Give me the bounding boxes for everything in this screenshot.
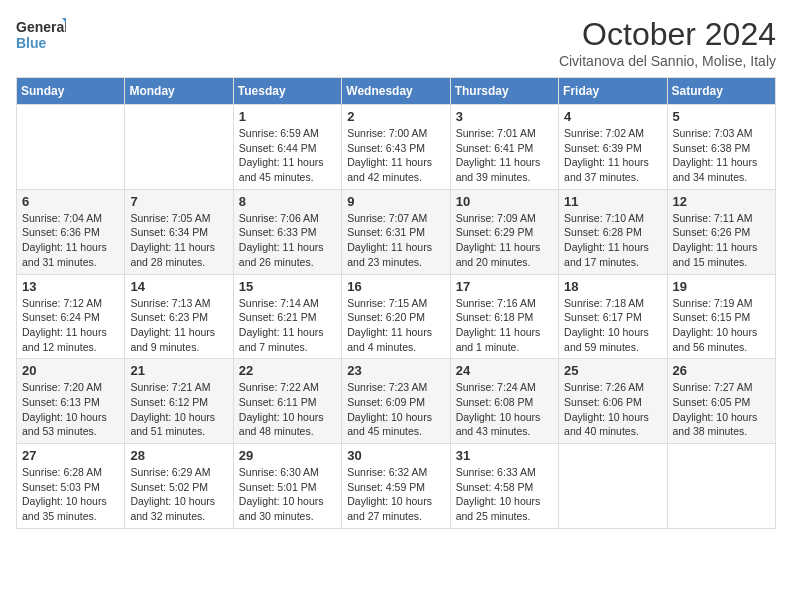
week-row-2: 6Sunrise: 7:04 AM Sunset: 6:36 PM Daylig…	[17, 189, 776, 274]
day-cell: 23Sunrise: 7:23 AM Sunset: 6:09 PM Dayli…	[342, 359, 450, 444]
day-cell: 18Sunrise: 7:18 AM Sunset: 6:17 PM Dayli…	[559, 274, 667, 359]
day-number: 19	[673, 279, 770, 294]
day-info: Sunrise: 7:23 AM Sunset: 6:09 PM Dayligh…	[347, 380, 444, 439]
day-info: Sunrise: 7:24 AM Sunset: 6:08 PM Dayligh…	[456, 380, 553, 439]
day-cell: 3Sunrise: 7:01 AM Sunset: 6:41 PM Daylig…	[450, 105, 558, 190]
day-info: Sunrise: 7:00 AM Sunset: 6:43 PM Dayligh…	[347, 126, 444, 185]
day-number: 2	[347, 109, 444, 124]
day-number: 21	[130, 363, 227, 378]
day-cell: 8Sunrise: 7:06 AM Sunset: 6:33 PM Daylig…	[233, 189, 341, 274]
column-header-wednesday: Wednesday	[342, 78, 450, 105]
logo-svg: General Blue	[16, 16, 66, 56]
day-info: Sunrise: 7:20 AM Sunset: 6:13 PM Dayligh…	[22, 380, 119, 439]
column-header-thursday: Thursday	[450, 78, 558, 105]
day-number: 24	[456, 363, 553, 378]
day-cell: 21Sunrise: 7:21 AM Sunset: 6:12 PM Dayli…	[125, 359, 233, 444]
day-info: Sunrise: 7:26 AM Sunset: 6:06 PM Dayligh…	[564, 380, 661, 439]
day-cell: 11Sunrise: 7:10 AM Sunset: 6:28 PM Dayli…	[559, 189, 667, 274]
day-cell: 26Sunrise: 7:27 AM Sunset: 6:05 PM Dayli…	[667, 359, 775, 444]
day-number: 13	[22, 279, 119, 294]
day-cell: 13Sunrise: 7:12 AM Sunset: 6:24 PM Dayli…	[17, 274, 125, 359]
day-cell: 1Sunrise: 6:59 AM Sunset: 6:44 PM Daylig…	[233, 105, 341, 190]
day-cell: 16Sunrise: 7:15 AM Sunset: 6:20 PM Dayli…	[342, 274, 450, 359]
day-cell: 30Sunrise: 6:32 AM Sunset: 4:59 PM Dayli…	[342, 444, 450, 529]
day-info: Sunrise: 6:59 AM Sunset: 6:44 PM Dayligh…	[239, 126, 336, 185]
week-row-5: 27Sunrise: 6:28 AM Sunset: 5:03 PM Dayli…	[17, 444, 776, 529]
day-cell: 15Sunrise: 7:14 AM Sunset: 6:21 PM Dayli…	[233, 274, 341, 359]
day-cell: 17Sunrise: 7:16 AM Sunset: 6:18 PM Dayli…	[450, 274, 558, 359]
logo: General Blue	[16, 16, 66, 56]
month-title: October 2024	[559, 16, 776, 53]
day-number: 25	[564, 363, 661, 378]
calendar-header-row: SundayMondayTuesdayWednesdayThursdayFrid…	[17, 78, 776, 105]
column-header-tuesday: Tuesday	[233, 78, 341, 105]
week-row-1: 1Sunrise: 6:59 AM Sunset: 6:44 PM Daylig…	[17, 105, 776, 190]
day-number: 4	[564, 109, 661, 124]
day-number: 5	[673, 109, 770, 124]
day-cell: 24Sunrise: 7:24 AM Sunset: 6:08 PM Dayli…	[450, 359, 558, 444]
day-cell: 27Sunrise: 6:28 AM Sunset: 5:03 PM Dayli…	[17, 444, 125, 529]
day-info: Sunrise: 6:30 AM Sunset: 5:01 PM Dayligh…	[239, 465, 336, 524]
day-number: 15	[239, 279, 336, 294]
day-number: 18	[564, 279, 661, 294]
column-header-saturday: Saturday	[667, 78, 775, 105]
day-cell: 31Sunrise: 6:33 AM Sunset: 4:58 PM Dayli…	[450, 444, 558, 529]
week-row-4: 20Sunrise: 7:20 AM Sunset: 6:13 PM Dayli…	[17, 359, 776, 444]
day-number: 9	[347, 194, 444, 209]
day-cell: 12Sunrise: 7:11 AM Sunset: 6:26 PM Dayli…	[667, 189, 775, 274]
day-info: Sunrise: 7:05 AM Sunset: 6:34 PM Dayligh…	[130, 211, 227, 270]
day-number: 11	[564, 194, 661, 209]
calendar-table: SundayMondayTuesdayWednesdayThursdayFrid…	[16, 77, 776, 529]
day-cell: 22Sunrise: 7:22 AM Sunset: 6:11 PM Dayli…	[233, 359, 341, 444]
day-info: Sunrise: 7:16 AM Sunset: 6:18 PM Dayligh…	[456, 296, 553, 355]
svg-text:General: General	[16, 19, 66, 35]
day-cell: 9Sunrise: 7:07 AM Sunset: 6:31 PM Daylig…	[342, 189, 450, 274]
day-cell: 20Sunrise: 7:20 AM Sunset: 6:13 PM Dayli…	[17, 359, 125, 444]
day-info: Sunrise: 6:29 AM Sunset: 5:02 PM Dayligh…	[130, 465, 227, 524]
day-info: Sunrise: 7:21 AM Sunset: 6:12 PM Dayligh…	[130, 380, 227, 439]
day-cell: 14Sunrise: 7:13 AM Sunset: 6:23 PM Dayli…	[125, 274, 233, 359]
day-cell: 5Sunrise: 7:03 AM Sunset: 6:38 PM Daylig…	[667, 105, 775, 190]
day-info: Sunrise: 7:04 AM Sunset: 6:36 PM Dayligh…	[22, 211, 119, 270]
day-info: Sunrise: 7:18 AM Sunset: 6:17 PM Dayligh…	[564, 296, 661, 355]
day-number: 23	[347, 363, 444, 378]
day-info: Sunrise: 7:02 AM Sunset: 6:39 PM Dayligh…	[564, 126, 661, 185]
day-info: Sunrise: 7:15 AM Sunset: 6:20 PM Dayligh…	[347, 296, 444, 355]
day-cell	[125, 105, 233, 190]
day-info: Sunrise: 7:01 AM Sunset: 6:41 PM Dayligh…	[456, 126, 553, 185]
day-number: 17	[456, 279, 553, 294]
page-header: General Blue October 2024 Civitanova del…	[16, 16, 776, 69]
day-cell	[559, 444, 667, 529]
day-info: Sunrise: 6:33 AM Sunset: 4:58 PM Dayligh…	[456, 465, 553, 524]
column-header-sunday: Sunday	[17, 78, 125, 105]
day-info: Sunrise: 7:13 AM Sunset: 6:23 PM Dayligh…	[130, 296, 227, 355]
day-info: Sunrise: 7:27 AM Sunset: 6:05 PM Dayligh…	[673, 380, 770, 439]
column-header-friday: Friday	[559, 78, 667, 105]
day-info: Sunrise: 6:32 AM Sunset: 4:59 PM Dayligh…	[347, 465, 444, 524]
day-number: 6	[22, 194, 119, 209]
day-info: Sunrise: 7:14 AM Sunset: 6:21 PM Dayligh…	[239, 296, 336, 355]
day-info: Sunrise: 6:28 AM Sunset: 5:03 PM Dayligh…	[22, 465, 119, 524]
day-number: 14	[130, 279, 227, 294]
day-info: Sunrise: 7:19 AM Sunset: 6:15 PM Dayligh…	[673, 296, 770, 355]
day-number: 27	[22, 448, 119, 463]
day-number: 28	[130, 448, 227, 463]
day-info: Sunrise: 7:12 AM Sunset: 6:24 PM Dayligh…	[22, 296, 119, 355]
day-number: 26	[673, 363, 770, 378]
day-number: 8	[239, 194, 336, 209]
day-number: 1	[239, 109, 336, 124]
day-cell: 25Sunrise: 7:26 AM Sunset: 6:06 PM Dayli…	[559, 359, 667, 444]
day-cell: 29Sunrise: 6:30 AM Sunset: 5:01 PM Dayli…	[233, 444, 341, 529]
day-cell: 10Sunrise: 7:09 AM Sunset: 6:29 PM Dayli…	[450, 189, 558, 274]
day-number: 20	[22, 363, 119, 378]
column-header-monday: Monday	[125, 78, 233, 105]
day-number: 12	[673, 194, 770, 209]
day-cell: 28Sunrise: 6:29 AM Sunset: 5:02 PM Dayli…	[125, 444, 233, 529]
svg-text:Blue: Blue	[16, 35, 47, 51]
day-cell	[17, 105, 125, 190]
day-number: 3	[456, 109, 553, 124]
day-number: 7	[130, 194, 227, 209]
day-number: 29	[239, 448, 336, 463]
day-info: Sunrise: 7:11 AM Sunset: 6:26 PM Dayligh…	[673, 211, 770, 270]
day-number: 30	[347, 448, 444, 463]
